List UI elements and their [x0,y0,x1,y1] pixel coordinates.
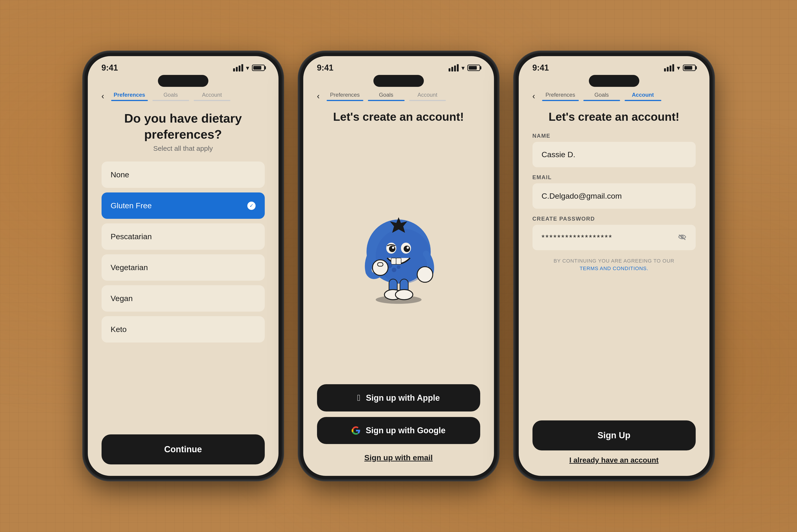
nav-step-label-account-3: Account [632,92,654,98]
svg-point-8 [404,246,410,252]
phone-2: 9:41 ▾ ‹ Preferences Goals [300,53,497,479]
option-vegan-label: Vegan [111,294,133,303]
status-icons-1: ▾ [233,64,265,72]
dynamic-island-1 [158,75,208,87]
svg-point-10 [407,247,409,249]
nav-steps-3: Preferences Goals Account [542,92,696,101]
nav-step-label-preferences-2: Preferences [330,92,360,98]
nav-step-bar-preferences-3 [542,100,579,101]
terms-link[interactable]: TERMS AND CONDITIONS. [580,266,648,271]
nav-step-account-3: Account [625,92,661,101]
screen-content-2: Let's create an account! [303,106,494,476]
wifi-icon-3: ▾ [677,64,680,72]
option-vegan[interactable]: Vegan [101,285,265,311]
svg-point-18 [417,267,433,282]
email-field-group: EMAIL C.Delgado@gmail.com [533,174,696,209]
nav-step-preferences-2: Preferences [327,92,363,101]
back-button-2[interactable]: ‹ [317,91,320,101]
option-gluten-free-label: Gluten Free [111,201,152,210]
already-account-link[interactable]: I already have an account [533,456,696,464]
terms-text: BY CONTINUING YOU ARE AGREEING TO OUR TE… [533,257,696,272]
password-label: CREATE PASSWORD [533,215,696,222]
nav-step-label-goals-1: Goals [163,92,178,98]
name-field-group: NAME Cassie D. [533,133,696,167]
svg-point-9 [392,247,394,249]
status-time-2: 9:41 [317,63,334,73]
nav-step-bar-goals-3 [583,100,620,101]
battery-icon-2 [467,64,480,71]
apple-signup-button[interactable]:  Sign up with Apple [317,384,480,412]
email-input[interactable]: C.Delgado@gmail.com [533,183,696,209]
option-pescatarian[interactable]: Pescatarian [101,223,265,250]
nav-step-goals-3: Goals [583,92,620,101]
status-time-1: 9:41 [101,63,118,73]
screen-subtitle-1: Select all that apply [101,145,265,152]
nav-step-bar-goals-1 [152,100,189,101]
name-input[interactable]: Cassie D. [533,142,696,167]
option-none-label: None [111,170,129,179]
svg-point-16 [372,260,388,276]
screen-content-1: Do you have dietary preferences? Select … [88,106,278,476]
check-icon: ✓ [247,202,256,210]
name-value: Cassie D. [542,150,575,159]
nav-progress-3: ‹ Preferences Goals Account [519,91,709,106]
apple-icon:  [357,393,360,403]
dynamic-island-2 [373,75,424,87]
signal-icon-3 [664,64,674,72]
google-signup-button[interactable]: Sign up with Google [317,417,480,444]
svg-point-14 [392,268,396,272]
svg-rect-17 [377,263,383,266]
svg-point-15 [397,265,401,269]
email-signup-link[interactable]: Sign up with email [317,451,480,464]
screen-title-3: Let's create an account! [533,110,696,124]
nav-step-label-goals-2: Goals [379,92,393,98]
nav-step-bar-goals-2 [368,100,405,101]
option-vegetarian[interactable]: Vegetarian [101,254,265,281]
password-input[interactable]: ****************** [533,225,696,250]
password-value: ****************** [542,233,613,242]
nav-step-account-1: Account [194,92,230,101]
nav-progress-2: ‹ Preferences Goals Account [303,91,494,106]
nav-step-label-account-2: Account [418,92,437,98]
signal-icon-2 [449,64,459,72]
option-none[interactable]: None [101,162,265,188]
option-vegetarian-label: Vegetarian [111,263,148,272]
nav-steps-1: Preferences Goals Account [111,92,265,101]
nav-step-account-2: Account [409,92,446,101]
status-icons-2: ▾ [449,64,480,72]
email-label: EMAIL [533,174,696,180]
nav-step-label-preferences-3: Preferences [545,92,575,98]
mascot-illustration [353,208,444,304]
auth-buttons:  Sign up with Apple Sign up with Google [317,384,480,444]
nav-step-bar-account-3 [625,100,661,101]
screen-title-1: Do you have dietary preferences? [101,110,265,142]
nav-step-bar-preferences-1 [111,100,148,101]
status-bar-1: 9:41 ▾ [88,56,278,75]
wifi-icon-1: ▾ [246,64,249,72]
signal-icon-1 [233,64,243,72]
option-keto[interactable]: Keto [101,316,265,343]
google-icon [352,426,360,435]
back-button-1[interactable]: ‹ [101,91,104,101]
email-value: C.Delgado@gmail.com [542,192,622,201]
mascot-container [317,128,480,384]
back-button-3[interactable]: ‹ [533,91,535,101]
nav-step-label-preferences-1: Preferences [114,92,145,98]
svg-point-7 [389,246,395,252]
signup-button[interactable]: Sign Up [533,420,696,451]
nav-step-goals-2: Goals [368,92,405,101]
option-gluten-free[interactable]: Gluten Free ✓ [101,192,265,219]
status-icons-3: ▾ [664,64,696,72]
screen-title-2: Let's create an account! [317,110,480,124]
option-keto-label: Keto [111,325,127,334]
nav-step-preferences-1: Preferences [111,92,148,101]
option-pescatarian-label: Pescatarian [111,232,152,241]
nav-step-bar-account-1 [194,100,230,101]
eye-icon[interactable] [678,233,687,242]
nav-step-goals-1: Goals [152,92,189,101]
password-field-group: CREATE PASSWORD ****************** [533,215,696,250]
nav-step-preferences-3: Preferences [542,92,579,101]
apple-btn-label: Sign up with Apple [366,393,440,403]
dynamic-island-3 [589,75,639,87]
continue-button[interactable]: Continue [101,434,265,464]
